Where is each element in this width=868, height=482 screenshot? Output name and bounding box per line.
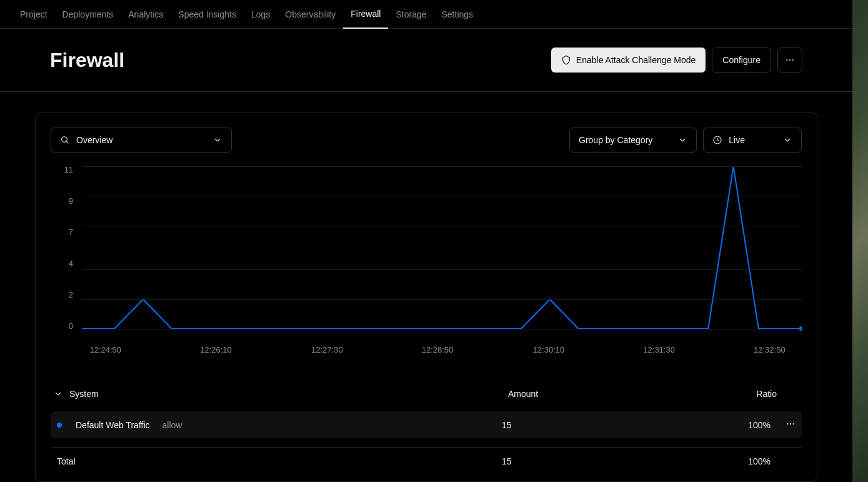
enable-attack-challenge-button[interactable]: Enable Attack Challenge Mode [551,48,706,73]
series-color-dot [57,423,62,428]
row-ratio: 100% [714,420,771,430]
col-header-ratio: Ratio [721,389,777,399]
header-actions: Enable Attack Challenge Mode Configure [551,48,802,73]
chevron-down-icon[interactable] [53,389,63,399]
x-tick: 12:31:30 [643,345,675,354]
y-tick: 2 [51,290,73,299]
firewall-card: Overview Group by Category Live [35,112,817,482]
grid-line [82,269,802,270]
x-tick: 12:28:50 [422,345,454,354]
nav-tab-project[interactable]: Project [12,0,55,29]
x-tick: 12:27:30 [311,345,343,354]
x-tick: 12:26:10 [200,345,232,354]
chart-plot-area[interactable] [82,165,802,331]
y-tick: 7 [51,228,73,237]
svg-point-8 [793,423,794,424]
svg-point-7 [790,423,791,424]
y-tick: 9 [51,196,73,206]
view-select-label: Overview [76,135,112,145]
y-tick: 11 [51,165,73,174]
traffic-chart: 1197420 [51,165,802,340]
grid-line [82,196,802,196]
group-by-label: Group by Category [579,135,652,145]
svg-point-1 [789,59,791,61]
dots-horizontal-icon[interactable] [786,419,796,429]
svg-point-0 [786,59,787,61]
x-tick: 12:24:50 [89,345,121,354]
nav-tab-storage[interactable]: Storage [388,0,434,29]
svg-point-6 [787,423,788,424]
x-tick: 12:32:50 [754,345,786,354]
search-icon [60,135,70,145]
col-header-system: System [69,389,99,399]
chart-x-axis: 12:24:5012:26:1012:27:3012:28:5012:30:10… [51,345,802,358]
top-nav: ProjectDeploymentsAnalyticsSpeed Insight… [0,0,852,29]
nav-tab-observability[interactable]: Observability [277,0,343,29]
dots-horizontal-icon [785,55,795,65]
y-tick: 0 [51,321,73,331]
enable-attack-label: Enable Attack Challenge Mode [576,55,696,65]
view-select[interactable]: Overview [51,128,232,153]
row-name: Default Web Traffic [76,420,150,430]
nav-tab-speed-insights[interactable]: Speed Insights [171,0,244,29]
configure-button[interactable]: Configure [712,48,771,73]
grid-line [82,299,802,300]
chevron-down-icon [212,135,222,145]
svg-point-3 [62,137,67,143]
chart-line [82,166,802,329]
desktop-wallpaper-sliver [852,0,868,482]
shield-icon [561,55,571,65]
x-tick: 12:30:10 [533,345,565,354]
nav-tab-settings[interactable]: Settings [434,0,481,29]
time-range-select[interactable]: Live [703,128,802,153]
table-row[interactable]: Default Web Trafficallow15100% [51,411,802,438]
chevron-down-icon [782,135,792,145]
time-range-label: Live [729,135,745,145]
nav-tab-deployments[interactable]: Deployments [55,0,121,29]
table-total-row: Total 15 100% [51,447,802,466]
grid-line [82,329,802,329]
configure-label: Configure [722,55,761,65]
col-header-amount: Amount [508,389,721,399]
table-header: System Amount Ratio [51,383,802,405]
page-header: Firewall Enable Attack Challenge Mode Co… [0,29,852,92]
grid-line [82,226,802,226]
grid-line [82,166,802,167]
row-amount: 15 [502,420,714,430]
nav-tab-logs[interactable]: Logs [244,0,277,29]
y-tick: 4 [51,259,73,268]
group-by-select[interactable]: Group by Category [569,128,697,153]
total-ratio: 100% [714,456,771,466]
svg-point-2 [792,59,794,61]
row-action-tag: allow [162,420,182,430]
total-label: Total [57,456,76,466]
svg-line-4 [66,141,68,143]
total-amount: 15 [502,456,714,466]
clock-icon [712,135,722,145]
nav-tab-analytics[interactable]: Analytics [121,0,171,29]
chevron-down-icon [677,135,687,145]
more-actions-button[interactable] [777,48,802,73]
page-title: Firewall [50,49,124,72]
nav-tab-firewall[interactable]: Firewall [343,0,388,29]
chart-y-axis: 1197420 [51,165,82,331]
